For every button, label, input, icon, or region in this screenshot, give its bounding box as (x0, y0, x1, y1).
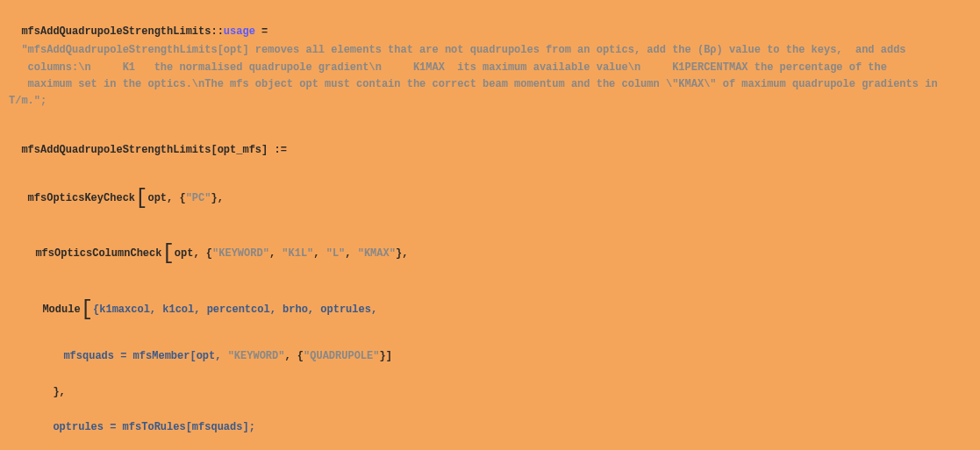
symbol-name: mfsAddQuadrupoleStrengthLimits (21, 25, 211, 38)
keyword-str: "KEYWORD" (212, 248, 269, 261)
mfsquads-assign: mfsquads = mfsMember[opt, "KEYWORD", {"Q… (9, 332, 971, 365)
pc-string: "PC" (186, 192, 211, 204)
quadrupole-str: "QUADRUPOLE" (304, 350, 379, 362)
module-open: Module[{k1maxcol, k1col, percentcol, brh… (9, 276, 971, 327)
keycheck-args: opt, { (147, 192, 185, 204)
usage-string: "mfsAddQuadrupoleStrengthLimits[opt] rem… (9, 42, 971, 110)
module-vars-1: {k1maxcol, k1col, percentcol, brho, optr… (93, 304, 377, 316)
function-name: mfsAddQuadrupoleStrengthLimits (21, 144, 211, 156)
pattern-and-defeq: [opt_mfs] := (211, 144, 286, 156)
close-brace-comma: }, (53, 386, 65, 398)
l-str: "L" (326, 248, 346, 261)
k1l-str: "K1L" (282, 248, 313, 261)
usage-assignment-line: mfsAddQuadrupoleStrengthLimits::usage = (9, 7, 971, 40)
double-colon: :: (211, 25, 223, 38)
colcheck-line: mfsOpticsColumnCheck[opt, {"KEYWORD", "K… (9, 220, 971, 271)
keyword-str-2: "KEYWORD" (228, 350, 285, 362)
brho-line: brho = ToFundamentalSI[N[GeVe c] (Meter-… (9, 441, 971, 450)
definition-signature: mfsAddQuadrupoleStrengthLimits[opt_mfs] … (9, 125, 971, 159)
colcheck-fn: mfsOpticsColumnCheck (35, 248, 161, 261)
kmax-str: "KMAX" (358, 248, 396, 261)
optrules-assign: optrules = mfsToRules[mfsquads]; (53, 421, 254, 433)
keycheck-line: mfsOpticsKeyCheck[opt, {"PC"}, (9, 165, 971, 216)
optrules-line: optrules = mfsToRules[mfsquads]; (9, 403, 971, 436)
keycheck-fn: mfsOpticsKeyCheck (21, 192, 135, 204)
equals-op: = (255, 25, 275, 38)
module-vars-close: }, (9, 368, 971, 401)
module-keyword: Module (42, 304, 80, 316)
colcheck-args: opt, { (175, 248, 212, 261)
mfsquads-var: mfsquads = mfsMember[opt, (63, 350, 227, 362)
usage-tag: usage (224, 25, 255, 38)
